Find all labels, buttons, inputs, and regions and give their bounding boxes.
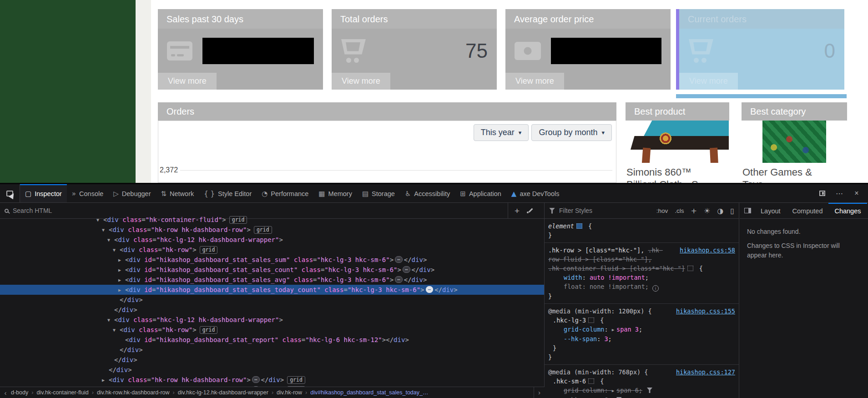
breadcrumb-item[interactable]: div.hk-container-fluid (36, 389, 88, 396)
markup-row[interactable]: <div id="hikashop_dashboard_stat_report"… (0, 335, 544, 345)
devtools-tab-style-editor[interactable]: { }Style Editor (199, 184, 257, 202)
expand-arrow-icon[interactable]: ▼ (96, 215, 103, 225)
markup-row[interactable]: ▶<div class="hk-row hk-dashboard-row">⋯<… (0, 375, 544, 385)
devtools-tab-application[interactable]: ⊞Application (455, 184, 506, 202)
meatball-menu-icon[interactable]: ⋯ (832, 186, 847, 200)
split-console-icon[interactable] (814, 186, 830, 200)
devtools-tab-console[interactable]: »Console (67, 184, 108, 202)
indent-spacer (113, 345, 120, 355)
markup-row[interactable]: </div> (0, 305, 544, 315)
grid-toggle-icon[interactable] (576, 223, 582, 229)
stat-card-title: Current orders (679, 9, 844, 29)
stylesheet-link[interactable]: hikashop.css:155 (676, 307, 735, 316)
view-more-button[interactable]: View more (679, 73, 738, 90)
devtools-tab-memory[interactable]: ▦Memory (313, 184, 357, 202)
markup-row[interactable]: ▼<div class="hk-container-fluid">grid (0, 215, 544, 225)
grid-toggle-icon[interactable] (588, 378, 594, 384)
sidebar-tab-changes[interactable]: Changes (828, 203, 867, 218)
markup-row[interactable]: ▼<div class="hk-row">grid (0, 245, 544, 255)
css-rule-line: --hk-span: 6; (548, 395, 735, 398)
breadcrumb-item[interactable]: div.hk-row (277, 389, 302, 396)
view-more-button[interactable]: View more (505, 73, 564, 90)
stylesheet-link[interactable]: hikashop.css:127 (676, 368, 735, 377)
markup-row[interactable]: ▼<div class="hk-row">grid (0, 325, 544, 335)
css-rule-line: --hk-span: 3; (548, 334, 735, 343)
view-more-button[interactable]: View more (332, 73, 390, 90)
close-icon[interactable]: × (849, 186, 864, 200)
expand-inline-badge[interactable]: ⋯ (403, 266, 410, 273)
expand-arrow-icon[interactable]: ▼ (102, 225, 109, 235)
expand-arrow-icon[interactable]: ▶ (118, 265, 125, 275)
expand-arrow-icon[interactable]: ▼ (107, 315, 114, 325)
markup-row[interactable]: ▼<div class="hkc-lg-12 hk-dashboard-wrap… (0, 235, 544, 245)
grid-toggle-icon[interactable] (588, 317, 594, 323)
search-html-input[interactable] (13, 207, 508, 214)
markup-row[interactable]: ▶<div id="hikashop_dashboard_stat_sales_… (0, 265, 544, 275)
light-theme-icon[interactable]: ☀ (704, 207, 710, 215)
expand-sidebar-icon[interactable] (744, 208, 751, 213)
devtools-tab-axe[interactable]: ▲axe DevTools (506, 184, 565, 202)
devtools-tab-inspector[interactable]: ▢Inspector (20, 184, 67, 202)
devtools-toolbar: ▢Inspector»Console▷Debugger⇅Network{ }St… (0, 184, 868, 203)
grid-badge[interactable]: grid (287, 376, 305, 384)
breadcrumb-scroll-left-icon[interactable]: ‹ (0, 389, 11, 397)
expand-arrow-icon[interactable]: ▼ (113, 325, 120, 335)
expand-inline-badge[interactable]: ⋯ (395, 256, 403, 263)
expand-inline-badge[interactable]: ⋯ (395, 276, 403, 283)
devtools-tab-label: Console (79, 190, 103, 197)
devtools-tab-storage[interactable]: ▤Storage (357, 184, 400, 202)
view-more-button[interactable]: View more (158, 73, 217, 90)
toggle-pseudo-classes-button[interactable]: :hov (656, 207, 668, 214)
grid-badge[interactable]: grid (200, 326, 218, 334)
devtools-tab-label: axe DevTools (520, 190, 559, 197)
markup-row[interactable]: </div> (0, 345, 544, 355)
sidebar-tab-layout[interactable]: Layout (755, 203, 787, 218)
sidebar-tab-computed[interactable]: Computed (787, 203, 829, 218)
add-node-icon[interactable]: + (515, 207, 520, 215)
devtools-tab-performance[interactable]: ◔Performance (257, 184, 313, 202)
print-media-icon[interactable]: ▯ (730, 207, 734, 215)
breadcrumb-item[interactable]: d-body (11, 389, 28, 396)
group-filter-label: Group by month (539, 128, 597, 137)
toggle-classes-button[interactable]: .cls (675, 207, 684, 214)
best-product-title: Best product (626, 102, 729, 121)
expand-arrow-icon[interactable]: ▶ (118, 255, 125, 265)
markup-row[interactable]: </div> (0, 365, 544, 375)
markup-row[interactable]: </div> (0, 355, 544, 365)
expand-arrow-icon[interactable]: ▶ (102, 375, 109, 385)
expand-inline-badge[interactable]: ⋯ (252, 376, 260, 383)
grid-badge[interactable]: grid (229, 216, 247, 224)
devtools-tab-debugger[interactable]: ▷Debugger (108, 184, 156, 202)
breadcrumb-item[interactable]: div.hkc-lg-12.hk-dashboard-wrapper (178, 389, 268, 396)
add-rule-icon[interactable]: + (691, 207, 696, 215)
markup-row[interactable]: </div> (0, 295, 544, 305)
pick-element-button[interactable] (0, 184, 20, 202)
markup-row[interactable]: ▶<div id="hikashop_dashboard_stat_sales_… (0, 255, 544, 265)
devtools-tab-accessibility[interactable]: ♿Accessibility (400, 184, 455, 202)
group-filter-dropdown[interactable]: Group by month ▾ (531, 124, 612, 141)
devtools-tab-network[interactable]: ⇅Network (156, 184, 199, 202)
grid-badge[interactable]: grid (254, 226, 272, 234)
indent-spacer (113, 295, 120, 305)
breadcrumb-scroll-right-icon[interactable]: › (534, 387, 545, 398)
markup-row-selected[interactable]: ▶<div id="hikashop_dashboard_stat_sales_… (0, 285, 544, 295)
markup-row[interactable]: ▼<div class="hk-row hk-dashboard-row">gr… (0, 225, 544, 235)
expand-arrow-icon[interactable]: ▶ (118, 285, 125, 295)
year-filter-dropdown[interactable]: This year ▾ (474, 124, 529, 141)
markup-row[interactable]: ▶<div id="hikashop_dashboard_stat_sales_… (0, 275, 544, 285)
dark-theme-icon[interactable]: ◑ (717, 207, 723, 215)
markup-row[interactable]: ▼<div class="hkc-lg-12 hk-dashboard-wrap… (0, 315, 544, 325)
breadcrumb-item[interactable]: div#hikashop_dashboard_stat_sales_today_… (310, 389, 428, 396)
grid-badge[interactable]: grid (200, 246, 218, 254)
breadcrumb-item[interactable]: div.hk-row.hk-dashboard-row (97, 389, 170, 396)
grid-toggle-icon[interactable] (687, 266, 693, 271)
expand-arrow-icon[interactable]: ▼ (113, 245, 120, 255)
expand-arrow-icon[interactable]: ▼ (107, 235, 114, 245)
stat-card-footer: View more (158, 73, 323, 90)
expand-inline-badge[interactable]: ⋯ (426, 286, 434, 293)
filter-styles-input[interactable]: Filter Styles (559, 207, 652, 214)
best-category-name: Other Games & Toys (742, 166, 847, 183)
expand-arrow-icon[interactable]: ▶ (118, 275, 125, 285)
stylesheet-link[interactable]: hikashop.css:58 (680, 246, 735, 255)
eyedropper-icon[interactable] (527, 207, 533, 214)
